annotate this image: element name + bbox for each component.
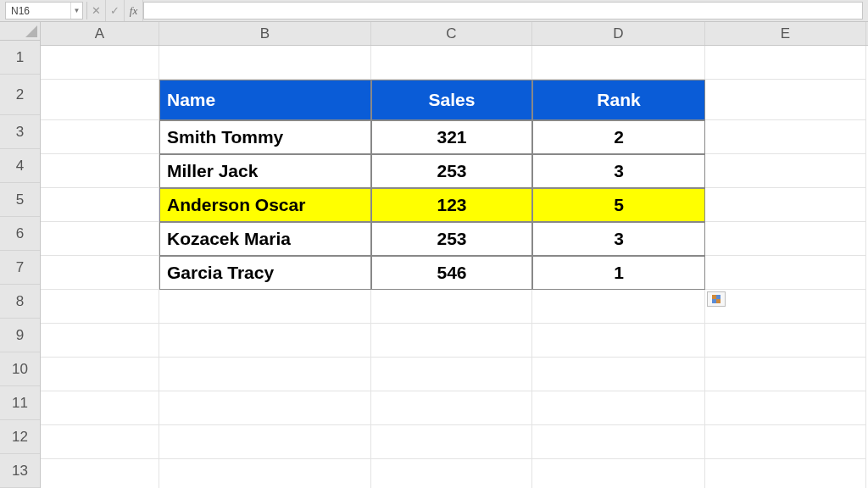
cell[interactable] [705,46,866,80]
row-header[interactable]: 11 [0,386,40,420]
cell[interactable] [159,46,371,80]
cell[interactable] [41,222,159,256]
row-header[interactable]: 7 [0,251,40,285]
cell-rank[interactable]: 3 [532,154,705,188]
row-header[interactable]: 9 [0,319,40,352]
row-header[interactable]: 12 [0,420,40,454]
cell[interactable] [532,290,705,324]
cell[interactable] [532,425,705,459]
enter-icon[interactable]: ✓ [106,0,125,21]
cell[interactable] [705,222,866,256]
cell-sales[interactable]: 253 [371,154,532,188]
cell[interactable] [705,324,866,358]
cell[interactable] [371,290,532,324]
formula-bar: N16 ▼ ✕ ✓ fx [0,0,868,22]
cell[interactable] [705,391,866,425]
column-header[interactable]: B [159,22,371,45]
table-row: Garcia Tracy 546 1 [41,256,868,290]
table-row [41,358,868,391]
cell[interactable] [159,425,371,459]
cell[interactable] [159,358,371,391]
table-row: Smith Tommy 321 2 [41,120,868,154]
cell[interactable] [41,46,159,80]
cell[interactable] [705,80,866,120]
cell[interactable] [705,120,866,154]
cell[interactable] [41,188,159,222]
cell[interactable] [705,290,866,324]
cell[interactable] [532,324,705,358]
cell-rank[interactable]: 5 [532,188,705,222]
table-row [41,459,868,488]
name-box-value: N16 [6,5,70,17]
cell[interactable] [41,324,159,358]
cell[interactable] [159,290,371,324]
cell[interactable] [705,459,866,488]
cell[interactable] [371,324,532,358]
cell[interactable] [41,358,159,391]
row-header[interactable]: 2 [0,75,40,115]
cell[interactable] [532,391,705,425]
cell[interactable] [41,425,159,459]
cell[interactable] [705,358,866,391]
fx-icon[interactable]: fx [125,0,143,21]
row-header[interactable]: 3 [0,115,40,149]
cell[interactable] [159,459,371,488]
cell[interactable] [705,425,866,459]
select-all-corner[interactable] [0,22,40,41]
cell[interactable] [532,358,705,391]
column-header[interactable]: E [705,22,866,45]
cell[interactable] [159,391,371,425]
cell[interactable] [705,256,866,290]
cell[interactable] [705,154,866,188]
cell[interactable] [41,80,159,120]
column-header[interactable]: D [532,22,705,45]
cell-sales[interactable]: 253 [371,222,532,256]
cell[interactable] [41,459,159,488]
row-header[interactable]: 10 [0,352,40,386]
cell[interactable] [371,459,532,488]
cell-rank[interactable]: 1 [532,256,705,290]
cell[interactable] [532,459,705,488]
header-name[interactable]: Name [159,80,371,120]
column-header[interactable]: C [371,22,532,45]
cell[interactable] [41,154,159,188]
name-box[interactable]: N16 ▼ [5,2,83,19]
table-row [41,425,868,459]
row-header[interactable]: 1 [0,41,40,75]
row-header[interactable]: 13 [0,454,40,488]
cell-sales[interactable]: 546 [371,256,532,290]
formula-input[interactable] [143,2,863,19]
row-header[interactable]: 6 [0,217,40,251]
cell-name[interactable]: Miller Jack [159,154,371,188]
cell[interactable] [159,324,371,358]
header-sales[interactable]: Sales [371,80,532,120]
cell[interactable] [41,290,159,324]
cell-rank[interactable]: 2 [532,120,705,154]
header-rank[interactable]: Rank [532,80,705,120]
cell[interactable] [41,120,159,154]
cell[interactable] [371,358,532,391]
cell[interactable] [532,46,705,80]
cell[interactable] [705,188,866,222]
cell[interactable] [371,425,532,459]
row-header[interactable]: 5 [0,183,40,217]
cell-name[interactable]: Kozacek Maria [159,222,371,256]
cell[interactable] [371,46,532,80]
cell[interactable] [371,391,532,425]
paste-options-icon[interactable] [707,291,726,307]
grid[interactable]: A B C D E Name Sales Rank [41,22,868,488]
column-header[interactable]: A [41,22,159,45]
cell-rank[interactable]: 3 [532,222,705,256]
table-row: Kozacek Maria 253 3 [41,222,868,256]
cell-sales[interactable]: 321 [371,120,532,154]
cell-name[interactable]: Smith Tommy [159,120,371,154]
cancel-icon[interactable]: ✕ [87,0,106,21]
cell-name[interactable]: Anderson Oscar [159,188,371,222]
cell-name[interactable]: Garcia Tracy [159,256,371,290]
row-header[interactable]: 8 [0,285,40,319]
chevron-down-icon[interactable]: ▼ [70,3,82,19]
cell[interactable] [41,391,159,425]
cell-sales[interactable]: 123 [371,188,532,222]
row-header[interactable]: 4 [0,149,40,183]
cell[interactable] [41,256,159,290]
